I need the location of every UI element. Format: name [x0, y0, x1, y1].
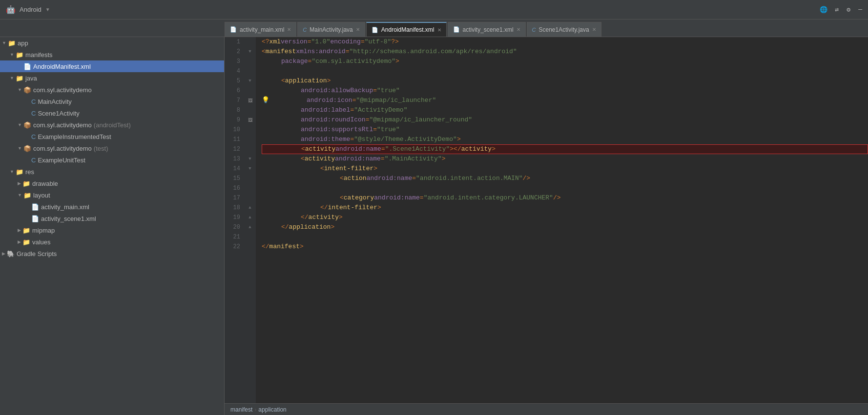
gutter-cell-5: ▼ [244, 76, 256, 86]
fold-icon[interactable]: ▲ [248, 225, 251, 230]
tab-close-icon[interactable]: ✕ [437, 27, 441, 33]
sidebar-item-suffix: (androidTest) [94, 121, 131, 129]
expand-icon: ▼ [18, 146, 22, 151]
code-line-11: android:theme="@style/Theme.ActivityDemo… [262, 135, 868, 144]
tab-mainactivity-java[interactable]: C MainActivity.java ✕ [297, 22, 365, 37]
fold-icon[interactable]: ▼ [248, 79, 251, 83]
code-line-7: 💡 android:icon="@mipmap/ic_launcher" [262, 96, 868, 105]
code-line-19: </activity> [262, 213, 868, 222]
sidebar-item-gradle-scripts[interactable]: ▶ 🐘 Gradle Scripts [0, 248, 224, 259]
gradle-icon: 🐘 [7, 250, 15, 257]
sidebar-item-label: com.syl.activitydemo [33, 86, 92, 94]
folder-icon: 📁 [16, 75, 23, 82]
package-icon: 📦 [23, 145, 31, 152]
sidebar-item-values[interactable]: ▶ 📁 values [0, 236, 224, 248]
editor-columns: 12345 678910 1112131415 1617181920 2122 … [225, 37, 868, 403]
code-line-17: <category android:name="android.intent.c… [262, 193, 868, 203]
sidebar-item-activity-main-xml[interactable]: 📄 activity_main.xml [0, 201, 224, 213]
gutter-cell-4 [244, 66, 256, 76]
xml-file-icon: 📄 [230, 26, 237, 33]
code-line-12: <activity android:name=".Scene1Activity"… [262, 144, 868, 154]
fold-icon[interactable]: ▼ [248, 49, 251, 54]
sidebar-item-androidmanifest[interactable]: 📄 AndroidManifest.xml [0, 60, 224, 72]
gutter-cell-8 [244, 105, 256, 115]
tab-close-icon[interactable]: ✕ [592, 27, 596, 32]
sidebar-item-label: app [18, 40, 28, 47]
expand-icon: ▶ [18, 181, 21, 186]
minimize-icon[interactable]: — [858, 6, 862, 14]
project-tree: ▼ 📁 app ▼ 📁 manifests 📄 AndroidManifest.… [0, 37, 225, 415]
sidebar-item-label: values [32, 238, 51, 246]
gutter-cell-22 [244, 242, 256, 252]
gutter-cell-17 [244, 193, 256, 203]
package-icon: 📦 [23, 86, 31, 94]
globe-icon[interactable]: 🌐 [820, 6, 827, 14]
sidebar-item-mainactivity[interactable]: C MainActivity [0, 96, 224, 107]
fold-icon[interactable]: ▼ [248, 166, 251, 171]
sidebar-item-label: activity_scene1.xml [41, 215, 96, 222]
code-content[interactable]: <?xml version="1.0" encoding="utf-8" ?> … [256, 37, 868, 403]
image-gutter-icon: 🖼 [248, 98, 252, 103]
settings-icon[interactable]: ⚙ [847, 6, 850, 14]
title-bar-icons: 🌐 ⇄ ⚙ — [820, 6, 862, 14]
expand-icon: ▼ [18, 122, 22, 127]
code-line-9: android:roundIcon="@mipmap/ic_launcher_r… [262, 115, 868, 125]
sidebar-item-layout[interactable]: ▼ 📁 layout [0, 189, 224, 201]
tab-scene1activity-java[interactable]: C Scene1Activity.java ✕ [527, 22, 601, 37]
sidebar-item-exampleinstrumentedtest[interactable]: C ExampleInstrumentedTest [0, 131, 224, 142]
gutter-cell-21 [244, 232, 256, 242]
gutter-cell-3 [244, 57, 256, 66]
gutter-cell-12 [244, 144, 256, 154]
sidebar-item-res[interactable]: ▼ 📁 res [0, 166, 224, 178]
gutter-cell-15 [244, 174, 256, 183]
arrows-icon[interactable]: ⇄ [835, 6, 839, 14]
chevron-down-icon[interactable]: ▼ [45, 7, 50, 12]
sidebar-item-package-main[interactable]: ▼ 📦 com.syl.activitydemo [0, 84, 224, 96]
manifest-file-icon: 📄 [23, 63, 31, 70]
sidebar-item-exampleunittest[interactable]: C ExampleUnitTest [0, 154, 224, 166]
tab-label: Scene1Activity.java [539, 26, 589, 33]
fold-icon[interactable]: ▲ [248, 215, 251, 220]
sidebar-item-label: layout [33, 192, 50, 199]
fold-icon[interactable]: ▼ [248, 157, 251, 161]
breadcrumb: manifest › application [225, 403, 868, 415]
gutter-cell-19: ▲ [244, 213, 256, 222]
tab-close-icon[interactable]: ✕ [356, 27, 360, 32]
sidebar-item-app[interactable]: ▼ 📁 app [0, 37, 224, 49]
fold-icon[interactable]: ▲ [248, 205, 251, 210]
expand-icon: ▼ [2, 40, 6, 45]
sidebar-item-package-androidtest[interactable]: ▼ 📦 com.syl.activitydemo (androidTest) [0, 119, 224, 131]
sidebar-item-drawable[interactable]: ▶ 📁 drawable [0, 178, 224, 189]
sidebar-item-manifests[interactable]: ▼ 📁 manifests [0, 49, 224, 60]
tab-activity-scene1-xml[interactable]: 📄 activity_scene1.xml ✕ [448, 22, 526, 37]
tab-androidmanifest-xml[interactable]: 📄 AndroidManifest.xml ✕ [366, 22, 447, 37]
tab-label: activity_main.xml [240, 26, 284, 33]
tab-close-icon[interactable]: ✕ [287, 27, 291, 32]
code-line-2: <manifest xmlns:android="http://schemas.… [262, 47, 868, 57]
code-line-20: </application> [262, 222, 868, 232]
expand-icon: ▶ [18, 239, 21, 244]
package-icon: 📦 [23, 121, 31, 129]
sidebar-item-activity-scene1-xml[interactable]: 📄 activity_scene1.xml [0, 213, 224, 224]
expand-icon: ▼ [18, 87, 22, 92]
code-line-6: android:allowBackup="true" [262, 86, 868, 96]
code-line-10: android:supportsRtl="true" [262, 125, 868, 135]
editor-panel: 12345 678910 1112131415 1617181920 2122 … [225, 37, 868, 415]
sidebar-item-scene1activity[interactable]: C Scene1Activity [0, 107, 224, 119]
gutter-cell-18: ▲ [244, 203, 256, 213]
sidebar-item-label: drawable [32, 180, 58, 187]
sidebar-item-java[interactable]: ▼ 📁 java [0, 72, 224, 84]
sidebar-item-mipmap[interactable]: ▶ 📁 mipmap [0, 224, 224, 236]
tab-activity-main-xml[interactable]: 📄 activity_main.xml ✕ [225, 22, 296, 37]
code-line-13: <activity android:name=".MainActivity" > [262, 154, 868, 164]
code-line-18: </intent-filter> [262, 203, 868, 213]
expand-icon: ▼ [10, 76, 14, 80]
tab-close-icon[interactable]: ✕ [517, 27, 520, 32]
title-bar-left: 🤖 Android ▼ [6, 5, 50, 14]
gutter-icons: ▼ ▼ 🖼 🖼 ▼ [244, 37, 256, 403]
java-class-icon: C [31, 133, 36, 140]
code-line-14: <intent-filter> [262, 164, 868, 174]
gutter-cell-20: ▲ [244, 222, 256, 232]
sidebar-item-package-test[interactable]: ▼ 📦 com.syl.activitydemo (test) [0, 142, 224, 154]
expand-icon: ▼ [10, 169, 14, 174]
